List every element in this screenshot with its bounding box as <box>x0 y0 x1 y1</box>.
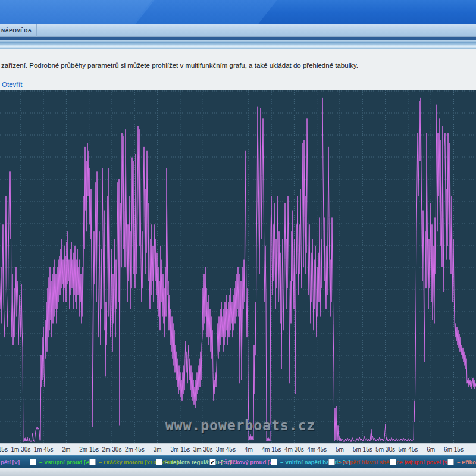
legend-label: – Vstupní proud [A] <box>39 459 92 465</box>
legend-label: – Příkon reg <box>457 459 476 465</box>
axis-tick-label: 2m 30s <box>102 446 122 453</box>
axis-tick-label: 5m 30s <box>375 446 395 453</box>
axis-tick-label: 3m <box>154 446 162 453</box>
legend-item: pětí [V] <box>1 456 20 468</box>
info-description: zařízení. Podrobné průběhy parametrů si … <box>1 62 475 69</box>
open-link[interactable]: Otevřít <box>2 81 23 88</box>
series-checkbox[interactable] <box>390 459 396 465</box>
time-axis: 1m 15s1m 30s1m 45s2m2m 15s2m 30s2m 45s3m… <box>0 443 476 455</box>
legend-label: – Špičkový proud [A] <box>219 459 275 465</box>
legend-bar: pětí [V]– Vstupní proud [A]– Otáčky moto… <box>0 455 476 468</box>
axis-tick-label: 2m 15s <box>79 446 99 453</box>
legend-label: pětí [V] <box>1 459 20 465</box>
axis-tick-label: 5m <box>336 446 344 453</box>
axis-tick-label: 4m 15s <box>262 446 281 453</box>
status-strip <box>0 468 476 476</box>
multifunction-graph: www.powerboats.cz <box>0 90 476 443</box>
axis-tick-label: 6m <box>427 446 435 453</box>
axis-tick-label: 1m 30s <box>11 446 30 453</box>
legend-item: – Vstupní proud [A] <box>30 456 92 468</box>
legend-item: ✔– Špičkový proud [A] <box>209 456 275 468</box>
axis-tick-label: 4m 45s <box>307 446 327 453</box>
series-checkbox[interactable] <box>328 459 335 465</box>
series-checkbox[interactable] <box>30 459 36 465</box>
axis-tick-label: 2m 45s <box>125 446 145 453</box>
axis-tick-label: 3m 30s <box>193 446 213 453</box>
axis-tick-label: 5m 45s <box>398 446 418 453</box>
menu-item-napoveda[interactable]: NÁPOVĚDA <box>0 24 37 37</box>
axis-tick-label: 4m 30s <box>284 446 304 453</box>
legend-item: – Vstupní povel [%] <box>390 456 452 468</box>
axis-tick-label: 2m <box>62 446 70 453</box>
series-checkbox[interactable] <box>271 459 277 465</box>
graph-canvas <box>0 90 476 443</box>
series-Špičkový proud [A] <box>0 98 476 442</box>
series-checkbox-checked[interactable]: ✔ <box>209 459 216 465</box>
axis-tick-label: 1m 15s <box>0 446 8 453</box>
legend-item: – Příkon reg <box>447 456 476 468</box>
title-bar <box>0 0 476 24</box>
menu-bar: NÁPOVĚDA <box>0 24 476 37</box>
series-checkbox[interactable] <box>447 459 454 465</box>
axis-tick-label: 3m 45s <box>216 446 236 453</box>
axis-tick-label: 4m <box>245 446 253 453</box>
axis-tick-label: 6m 15s <box>444 446 464 453</box>
axis-tick-label: 1m 45s <box>34 446 54 453</box>
series-checkbox[interactable] <box>89 459 96 465</box>
watermark: www.powerboats.cz <box>165 418 315 433</box>
legend-label: – Vstupní povel [%] <box>399 459 452 465</box>
group-header-band <box>0 40 476 49</box>
series-checkbox[interactable] <box>156 459 162 465</box>
axis-tick-label: 5m 15s <box>353 446 372 453</box>
axis-tick-label: 3m 15s <box>170 446 190 453</box>
info-panel: zařízení. Podrobné průběhy parametrů si … <box>0 49 476 90</box>
app-window: NÁPOVĚDA zařízení. Podrobné průběhy para… <box>0 0 476 476</box>
